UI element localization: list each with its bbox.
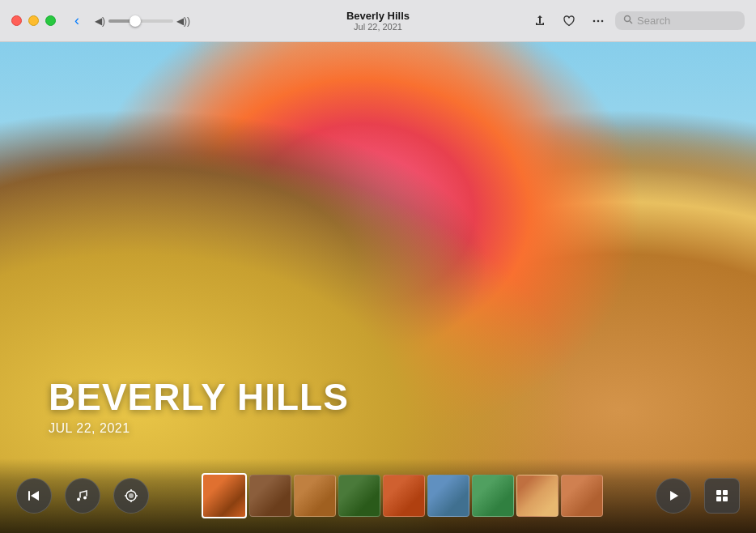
svg-rect-17 xyxy=(723,497,728,501)
theme-button[interactable] xyxy=(113,478,149,514)
volume-high-icon: ◀)) xyxy=(176,15,190,27)
thumbnail-4[interactable] xyxy=(338,475,380,517)
thumbnail-6[interactable] xyxy=(427,475,469,517)
svg-point-8 xyxy=(129,493,134,498)
svg-rect-14 xyxy=(716,490,721,495)
share-button[interactable] xyxy=(528,9,552,33)
grid-view-button[interactable] xyxy=(704,478,740,514)
svg-point-1 xyxy=(597,19,600,22)
titlebar-date: Jul 22, 2021 xyxy=(346,22,410,32)
maximize-button[interactable] xyxy=(45,15,56,26)
titlebar-title: Beverly Hills xyxy=(346,10,410,23)
back-to-start-button[interactable] xyxy=(16,478,52,514)
volume-icon: ◀) xyxy=(95,15,105,27)
thumbnails-strip xyxy=(162,473,643,518)
svg-rect-5 xyxy=(28,491,30,501)
svg-point-0 xyxy=(593,19,596,22)
thumbnail-7[interactable] xyxy=(472,475,514,517)
search-bar[interactable] xyxy=(615,11,745,30)
svg-point-2 xyxy=(601,19,604,22)
thumbnail-5[interactable] xyxy=(383,475,425,517)
svg-marker-13 xyxy=(670,491,678,501)
favorite-button[interactable] xyxy=(557,9,581,33)
volume-control: ◀) ◀)) xyxy=(95,15,190,27)
photo-title: BEVERLY HILLS xyxy=(49,377,349,418)
photo-container: BEVERLY HILLS JUL 22, 2021 xyxy=(0,42,756,533)
music-button[interactable] xyxy=(65,478,100,514)
svg-line-4 xyxy=(630,21,632,23)
search-input[interactable] xyxy=(637,15,734,27)
more-button[interactable] xyxy=(586,9,610,33)
svg-point-3 xyxy=(625,16,631,22)
svg-rect-16 xyxy=(716,497,721,501)
bottom-toolbar xyxy=(0,458,756,533)
thumbnail-3[interactable] xyxy=(294,475,336,517)
thumbnail-2[interactable] xyxy=(249,475,291,517)
search-icon xyxy=(623,15,633,27)
titlebar-actions xyxy=(528,9,745,33)
titlebar-center: Beverly Hills Jul 22, 2021 xyxy=(346,10,410,32)
svg-marker-6 xyxy=(31,491,39,501)
thumbnail-1[interactable] xyxy=(202,473,247,518)
back-button[interactable]: ‹ xyxy=(66,10,88,32)
close-button[interactable] xyxy=(11,15,22,26)
volume-slider[interactable] xyxy=(108,19,173,23)
thumbnail-8[interactable] xyxy=(516,475,559,517)
thumbnail-9[interactable] xyxy=(561,475,603,517)
minimize-button[interactable] xyxy=(28,15,39,26)
play-button[interactable] xyxy=(656,478,691,514)
titlebar: ‹ ◀) ◀)) Beverly Hills Jul 22, 2021 xyxy=(0,0,756,42)
photo-title-overlay: BEVERLY HILLS JUL 22, 2021 xyxy=(49,377,349,436)
traffic-lights xyxy=(11,15,56,26)
svg-rect-15 xyxy=(723,490,728,495)
photo-date: JUL 22, 2021 xyxy=(49,421,349,436)
